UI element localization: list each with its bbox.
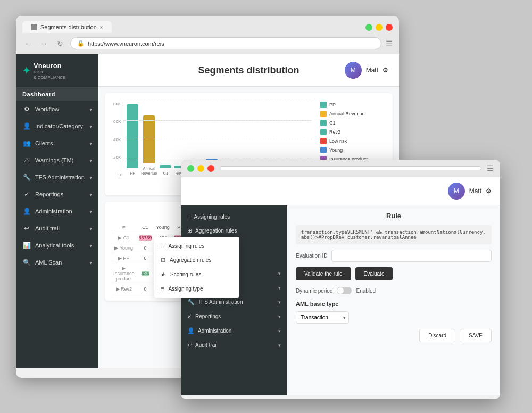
evaluation-id-input[interactable] [331,250,492,262]
settings-icon[interactable]: ⚙ [383,67,388,74]
user-name: Matt [366,67,378,74]
main-header: Segments distribution M Matt ⚙ [98,54,399,87]
sidebar-item-clients[interactable]: 👥 Clients ▾ [16,135,98,152]
sidebar-item-warnings[interactable]: ⚠ Warnings (TM) ▾ [16,152,98,169]
sidebar-item-indicator[interactable]: 👤 Indicator/Category ▾ [16,118,98,135]
minimize-btn[interactable] [376,24,383,31]
audit-icon: ↩ [22,224,31,233]
user-name-2: Matt [469,187,481,195]
address-bar[interactable]: 🔒 https://www.vneuron.com/reis [70,37,381,49]
maximize-btn-2[interactable] [187,165,194,172]
menu-button[interactable]: ☰ [386,39,393,48]
scoring-icon: ★ [161,271,166,278]
close-btn[interactable] [386,24,393,31]
row-expand[interactable]: ▶ C1 [111,233,137,243]
bar-label-pp: PP [130,171,135,176]
forward-button[interactable]: → [38,38,50,49]
validate-rule-button[interactable]: Validate the rule [296,267,351,280]
y-label-20k: 20K [113,155,121,160]
settings-icon-2[interactable]: ⚙ [486,187,492,195]
logo-icon: ✦ [22,65,30,77]
address-bar-row: ← → ↻ 🔒 https://www.vneuron.com/reis ☰ [22,37,393,49]
dropdown-item-scoring[interactable]: ★ Scoring rules [154,267,239,282]
dropdown-label-assigning: Assigning rules [168,243,204,249]
dropdown-item-assigning[interactable]: ≡ Assigning rules [154,239,239,253]
sidebar-item-audit[interactable]: ↩ Audit trail ▾ [16,220,98,237]
eval-id-row: Evaluation ID [296,250,492,262]
dynamic-period-toggle[interactable] [337,287,352,294]
evaluate-button[interactable]: Evaluate [355,267,393,280]
sidebar-item-workflow[interactable]: ⚙ Workflow ▾ [16,101,98,118]
lock-icon: 🔒 [77,40,85,47]
chevron-icon-3: ▾ [89,141,92,146]
user-info: M Matt ⚙ [345,62,388,79]
tab-favicon [31,24,37,30]
minimize-btn-2[interactable] [197,165,204,172]
bar-pp: PP [127,104,138,176]
sidebar-item-administration[interactable]: 👤 Administration ▾ [16,203,98,220]
sidebar-label-clients: Clients [35,140,53,146]
user-avatar: M [345,62,362,79]
clients-icon: 👥 [22,139,31,147]
refresh-button[interactable]: ↻ [54,38,66,49]
back-button[interactable]: ← [22,38,34,49]
cell-young-c1: 0 [137,243,154,253]
sidebar-label-audit: Audit trail [35,225,60,232]
dropdown-label-scoring: Scoring rules [170,271,201,277]
legend-young: Young [320,147,384,153]
sidebar-item-tfs[interactable]: 🔧 TFS Administration ▾ [16,169,98,186]
toggle-knob [337,287,344,294]
analytical-icon: 📊 [22,241,31,250]
row-expand-rev2[interactable]: ▶ Rev2 [111,284,137,294]
row-expand-young[interactable]: ▶ Young [111,243,137,253]
logo-name: Vneuron [34,62,65,70]
y-label-40k: 40K [113,137,121,142]
sidebar: ✦ Vneuron RISK& COMPLIANCE Dashboard ⚙ W… [16,54,98,368]
tfs-icon: 🔧 [22,173,31,181]
legend-c1: C1 [320,120,384,126]
dropdown-item-aggregation[interactable]: ⊞ Aggregation rules [154,253,239,267]
legend-lowrisk: Low risk [320,138,384,144]
w2-reportings-icon: ✓ [187,313,192,320]
page-title: Segments distribution [198,65,300,76]
w2-tfs-label: TFS Administration [198,299,243,305]
warnings-icon: ⚠ [22,156,31,164]
chevron-icon-10: ▾ [89,260,92,266]
legend-pp: PP [320,102,384,108]
administration-icon: 👤 [22,207,31,216]
sidebar-label-warnings: Warnings (TM) [35,157,73,163]
w2-audit[interactable]: ↩ Audit trail ▾ [181,338,287,352]
w2-reportings[interactable]: ✓ Reportings ▾ [181,309,287,324]
w2-aggregation-rules[interactable]: ⊞ Aggregation rules [181,224,287,238]
dropdown-label-assigning-type: Assigning type [168,286,203,292]
col-hash: # [111,222,137,233]
chevron-icon-4: ▾ [89,158,92,163]
address-bar-2[interactable] [220,166,481,170]
w2-reportings-label: Reportings [195,313,221,319]
tab-close-icon[interactable]: × [100,24,103,30]
sidebar-item-analytical[interactable]: 📊 Analytical tools ▾ [16,237,98,254]
browser-tab[interactable]: Segments distribution × [22,21,112,33]
sidebar-label-workflow: Workflow [35,106,59,112]
sidebar-dashboard-header: Dashboard [16,88,98,101]
menu-button-2[interactable]: ☰ [487,164,494,172]
row-expand-insurance[interactable]: ▶ Insurance product [111,263,137,284]
bottom-action-row: Discard SAVE [296,329,492,342]
dropdown-item-assigning-type[interactable]: ≡ Assigning type [154,282,239,295]
chevron-icon-6: ▾ [89,192,92,197]
w2-assigning-rules[interactable]: ≡ Assigning rules [181,210,287,224]
maximize-btn[interactable] [365,24,372,31]
aggregation-icon: ⊞ [161,257,165,263]
chevron-icon-8: ▾ [89,226,92,232]
row-expand-pp[interactable]: ▶ PP [111,253,137,263]
close-btn-2[interactable] [207,165,214,172]
sidebar-item-aml[interactable]: 🔍 AML Scan ▾ [16,254,98,271]
w2-administration[interactable]: 👤 Administration ▾ [181,324,287,338]
assigning-type-icon: ≡ [161,285,164,292]
transaction-select[interactable]: Transaction [296,311,349,324]
w2-audit-label: Audit trail [195,342,218,348]
sidebar-item-reportings[interactable]: ✓ Reportings ▾ [16,186,98,203]
discard-button[interactable]: Discard [419,329,455,342]
save-button[interactable]: SAVE [460,329,492,342]
bar-label-c1: C1 [163,171,168,176]
